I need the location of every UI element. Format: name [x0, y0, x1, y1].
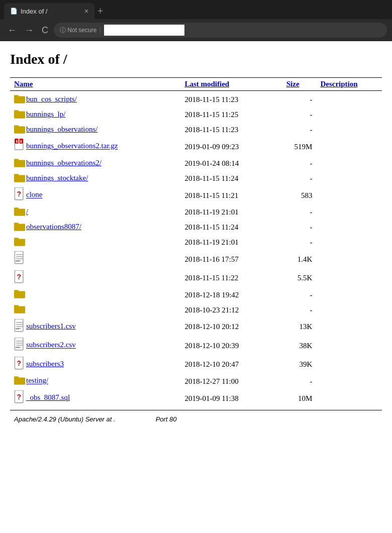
file-description — [316, 235, 382, 250]
file-link[interactable]: bunnings_observations2.tar.gz — [26, 142, 118, 150]
file-listing-table: Name Last modified Size Description bun_… — [10, 77, 382, 408]
file-icon-unknown: ? — [14, 270, 25, 286]
file-link[interactable]: bunnings_observations2/ — [26, 159, 102, 167]
tab-bar: 📄 Index of / × + — [0, 0, 392, 19]
file-icon-unknown: ? — [14, 390, 25, 406]
file-name-cell — [10, 302, 180, 317]
file-size: - — [282, 220, 317, 235]
file-description — [316, 355, 382, 374]
svg-rect-20 — [14, 223, 19, 225]
file-modified: 2018-11-15 11:23 — [180, 123, 282, 138]
file-link[interactable]: subscribers3 — [26, 360, 64, 368]
table-row: 2018-10-23 21:12- — [10, 302, 382, 317]
file-description — [316, 317, 382, 337]
file-description — [316, 336, 382, 355]
page-title: Index of / — [10, 51, 382, 67]
file-description — [316, 205, 382, 220]
table-row: bunnings_observations2.tar.gz2019-01-09 … — [10, 137, 382, 156]
file-icon-text: ≡≡ — [14, 319, 25, 335]
svg-rect-34 — [14, 305, 19, 307]
col-header-description: Description — [316, 78, 382, 91]
table-row: ≡≡ subscribers1.csv2018-12-10 20:1213K — [10, 317, 382, 337]
table-row: ? clone2018-11-15 11:21583 — [10, 186, 382, 205]
file-description — [316, 302, 382, 317]
url-input[interactable] — [104, 25, 184, 36]
svg-text:≡≡: ≡≡ — [16, 259, 20, 263]
file-link[interactable]: bunnings_lp/ — [26, 110, 65, 118]
file-icon-folder-partial — [14, 206, 25, 219]
svg-rect-32 — [14, 290, 19, 292]
file-link[interactable]: clone — [26, 191, 42, 199]
file-size: - — [282, 108, 317, 123]
sort-name-link[interactable]: Name — [14, 80, 33, 88]
file-name-cell: bunnings_observations2.tar.gz — [10, 137, 180, 156]
file-name-cell: testing/ — [10, 374, 180, 389]
forward-button[interactable]: → — [22, 24, 36, 37]
file-size: 38K — [282, 336, 317, 355]
file-description — [316, 374, 382, 389]
file-size: 13K — [282, 317, 317, 337]
file-link[interactable]: bunnings_stocktake/ — [26, 174, 88, 182]
file-icon-folder — [14, 94, 25, 106]
file-icon-folder — [14, 124, 25, 136]
sort-size-link[interactable]: Size — [286, 80, 300, 88]
back-button[interactable]: ← — [5, 24, 19, 37]
file-name-cell: bunnings_lp/ — [10, 108, 180, 123]
file-link[interactable]: bun_cos_scripts/ — [26, 95, 77, 103]
server-info: Apache/2.4.29 (Ubuntu) Server at . — [14, 415, 116, 423]
table-row: bunnings_stocktake/2018-11-15 11:24- — [10, 171, 382, 186]
svg-rect-18 — [14, 207, 19, 209]
file-icon-folder — [14, 173, 25, 185]
file-link[interactable]: / — [26, 207, 28, 216]
svg-rect-12 — [14, 159, 19, 161]
file-description — [316, 186, 382, 205]
table-row: ≡≡ subscribers2.csv2018-12-10 20:3938K — [10, 336, 382, 355]
file-icon-folder — [14, 289, 25, 301]
svg-rect-3 — [14, 110, 19, 112]
reload-button[interactable]: C — [39, 24, 51, 37]
file-size: 10M — [282, 389, 317, 408]
file-modified: 2018-12-27 11:00 — [180, 374, 282, 389]
file-description — [316, 123, 382, 138]
table-row: ≡≡ 2018-11-16 17:571.4K — [10, 250, 382, 269]
file-link[interactable]: _obs_8087.sql — [26, 393, 70, 401]
col-header-size: Size — [282, 78, 317, 91]
tab-close-button[interactable]: × — [84, 7, 88, 15]
file-description — [316, 137, 382, 156]
file-icon-unknown: ? — [14, 187, 25, 203]
file-size: - — [282, 287, 317, 302]
file-link[interactable]: subscribers2.csv — [26, 341, 76, 349]
sort-desc-link[interactable]: Description — [320, 80, 357, 88]
active-tab[interactable]: 📄 Index of / × — [4, 3, 94, 19]
file-size: - — [282, 374, 317, 389]
svg-text:?: ? — [17, 190, 21, 198]
table-row: bunnings_observations/2018-11-15 11:23- — [10, 123, 382, 138]
table-row: ? 2018-11-15 11:225.5K — [10, 269, 382, 288]
file-modified: 2018-12-10 20:39 — [180, 336, 282, 355]
svg-text:?: ? — [17, 273, 21, 281]
svg-rect-14 — [14, 174, 19, 176]
file-link[interactable]: testing/ — [26, 377, 48, 385]
col-header-modified: Last modified — [180, 78, 282, 91]
file-name-cell: bunnings_stocktake/ — [10, 171, 180, 186]
file-link[interactable]: subscribers1.csv — [26, 322, 76, 330]
file-size: 519M — [282, 137, 317, 156]
table-header-row: Name Last modified Size Description — [10, 78, 382, 91]
sort-modified-link[interactable]: Last modified — [184, 80, 229, 88]
table-row: bunnings_observations2/2019-01-24 08:14- — [10, 156, 382, 171]
file-modified: 2018-12-10 20:12 — [180, 317, 282, 337]
page-content: Index of / Name Last modified Size Descr… — [0, 41, 392, 533]
svg-text:≡≡: ≡≡ — [16, 327, 20, 331]
file-modified: 2019-01-24 08:14 — [180, 156, 282, 171]
file-modified: 2018-11-15 11:22 — [180, 269, 282, 288]
svg-rect-22 — [14, 238, 19, 240]
file-icon-folder — [14, 109, 25, 121]
address-bar[interactable]: ⓘ Not secure | — [54, 23, 387, 38]
file-description — [316, 156, 382, 171]
file-modified: 2018-11-19 21:01 — [180, 235, 282, 250]
file-link[interactable]: observations8087/ — [26, 223, 81, 231]
new-tab-button[interactable]: + — [97, 6, 103, 16]
file-link[interactable]: bunnings_observations/ — [26, 125, 98, 133]
table-row: observations8087/2018-11-15 11:24- — [10, 220, 382, 235]
file-modified: 2019-01-09 11:38 — [180, 389, 282, 408]
